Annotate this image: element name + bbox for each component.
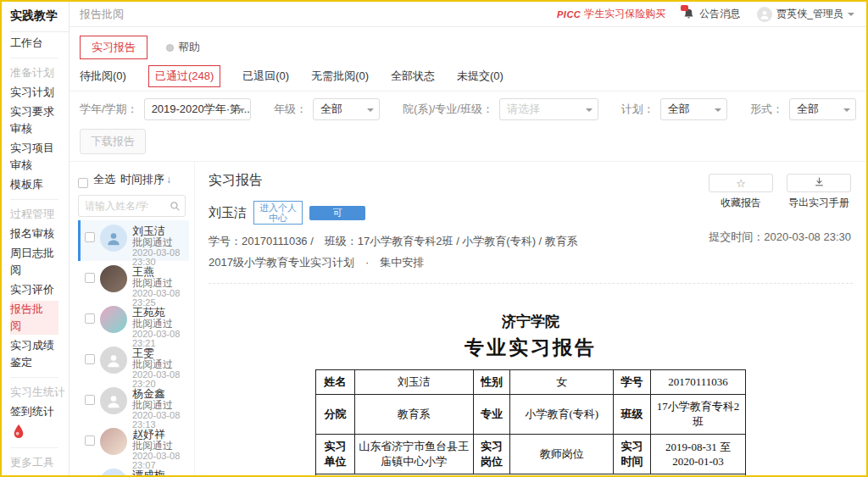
star-icon: ☆ (736, 177, 746, 190)
table-row: 实习单位简介： 鱼台县王庙镇王庙中心小学位于山东省鱼台县王庙镇，新起点，新方向，… (316, 474, 746, 477)
hot-drop-icon (12, 424, 69, 441)
sidebar-item-project-review[interactable]: 实习项目审核 (10, 140, 69, 174)
table-row: 分院教育系 专业小学教育(专科) 班级17小学教育专科2班 (316, 395, 746, 435)
sidebar-item-template-library[interactable]: 模板库 (10, 176, 69, 193)
export-handbook-button[interactable]: 导出实习手册 (787, 174, 851, 210)
favorite-report-button[interactable]: ☆ 收藏报告 (709, 174, 773, 210)
time-sort-control[interactable]: 时间排序 ↓ (120, 172, 171, 187)
plan-filter-label: 计划： (621, 102, 654, 117)
sidebar-item-grade-appraisal[interactable]: 实习成绩鉴定 (10, 337, 69, 371)
grade-select[interactable]: 全部 (313, 98, 380, 120)
status-tab-approved[interactable]: 已通过(248) (148, 65, 220, 87)
divider (10, 447, 58, 448)
divider (10, 377, 58, 378)
help-icon (166, 44, 174, 52)
student-list-panel: 全选 时间排序 ↓ (70, 162, 195, 477)
student-avatar (100, 347, 127, 374)
profile-link[interactable]: 进入个人中心 (253, 201, 303, 225)
student-checkbox[interactable] (85, 232, 95, 242)
notification-badge (681, 5, 688, 11)
class-select[interactable]: 请选择 (499, 98, 598, 120)
student-checkbox[interactable] (85, 273, 95, 283)
insurance-link-label: 学生实习保险购买 (584, 7, 665, 21)
form-select[interactable]: 全部 (789, 98, 856, 120)
student-row[interactable]: 王燕批阅通过2020-03-0823:25 (78, 261, 189, 302)
sidebar-item-practice-check[interactable]: 实习检查 (10, 474, 69, 475)
student-avatar (100, 306, 127, 333)
class-filter-label: 院(系)/专业/班级： (403, 102, 493, 117)
tab-strip: 实习报告 帮助 (70, 27, 866, 59)
student-row[interactable]: 杨金鑫批阅通过2020-03-0823:13 (78, 383, 189, 424)
document-school: 济宁学院 (315, 312, 746, 331)
sidebar-item-signup-review[interactable]: 报名审核 (10, 225, 69, 242)
favorite-label: 收藏报告 (709, 196, 773, 210)
user-name: 贾英侠_管理员 (776, 7, 843, 21)
student-row[interactable]: 王雯批阅通过2020-03-0823:20 (78, 342, 189, 383)
student-avatar (100, 387, 127, 414)
sidebar-section-process: 过程管理 (10, 206, 69, 223)
report-document: 济宁学院 专业实习报告 姓名刘玉洁 性别女 学号20170111036 分院教育… (315, 312, 746, 477)
divider (10, 58, 58, 58)
insurance-purchase-link[interactable]: PICC 学生实习保险购买 (557, 7, 665, 21)
sidebar-item-requirement-review[interactable]: 实习要求审核 (10, 103, 69, 137)
picc-logo: PICC (557, 9, 581, 19)
student-checkbox[interactable] (85, 313, 95, 324)
tab-practice-report[interactable]: 实习报告 (80, 36, 147, 59)
student-row[interactable]: 赵妤祥批阅通过2020-03-0823:07 (78, 424, 189, 464)
select-all-checkbox[interactable] (78, 178, 88, 188)
student-avatar (100, 265, 127, 292)
sidebar-item-practice-evaluation[interactable]: 实习评价 (10, 281, 69, 298)
report-detail-panel: 实习报告 刘玉洁 进入个人中心 可 学号：20170111036 / 班级：17… (195, 162, 866, 477)
divider (209, 283, 853, 284)
report-table: 姓名刘玉洁 性别女 学号20170111036 分院教育系 专业小学教育(专科)… (315, 369, 746, 477)
status-tab-unsubmitted[interactable]: 未提交(0) (457, 69, 504, 84)
term-select[interactable]: 2019-2020学年·第... (144, 98, 251, 120)
sidebar-item-workbench[interactable]: 工作台 (10, 35, 69, 52)
sort-label: 时间排序 (120, 172, 164, 187)
chevron-down-icon (848, 13, 854, 19)
status-tab-all[interactable]: 全部状态 (391, 69, 435, 84)
student-checkbox[interactable] (85, 395, 95, 405)
sidebar-item-report-review[interactable]: 报告批阅 (10, 301, 58, 335)
tab-help[interactable]: 帮助 (166, 40, 200, 55)
status-tab-returned[interactable]: 已退回(0) (242, 69, 289, 84)
status-tab-no-review[interactable]: 无需批阅(0) (311, 69, 369, 84)
sidebar-item-practice-plan[interactable]: 实习计划 (10, 84, 69, 101)
announcements-button[interactable]: 公告消息 (682, 7, 740, 21)
breadcrumb: 报告批阅 (80, 7, 124, 22)
grade-badge: 可 (309, 206, 365, 220)
sidebar: 实践教学 工作台 准备计划 实习计划 实习要求审核 实习项目审核 模板库 过程管… (2, 2, 70, 475)
document-title: 专业实习报告 (315, 335, 746, 361)
student-row[interactable]: 王苑苑批阅通过2020-03-0823:21 (78, 302, 189, 342)
user-menu[interactable]: 贾英侠_管理员 (757, 7, 854, 22)
filter-bar: 学年/学期： 2019-2020学年·第... 年级： 全部 院(系)/专业/班… (70, 92, 866, 125)
search-icon (170, 200, 181, 215)
divider (10, 199, 58, 200)
sidebar-item-weekly-log-review[interactable]: 周日志批阅 (10, 245, 69, 279)
download-report-button[interactable]: 下载报告 (80, 129, 146, 154)
student-checkbox[interactable] (85, 435, 95, 446)
bell-icon (682, 8, 696, 21)
plan-select[interactable]: 全部 (660, 98, 727, 120)
app-window: 实践教学 工作台 准备计划 实习计划 实习要求审核 实习项目审核 模板库 过程管… (0, 0, 868, 477)
sidebar-item-checkin-statistics[interactable]: 签到统计 (10, 403, 69, 420)
student-avatar (100, 225, 127, 252)
submit-time: 提交时间：2020-03-08 23:30 (709, 230, 851, 245)
content-area: 报告批阅 PICC 学生实习保险购买 公告消息 贾 (70, 2, 866, 475)
topbar: 报告批阅 PICC 学生实习保险购买 公告消息 贾 (70, 2, 866, 27)
sidebar-section-statistics: 实习生统计 (10, 384, 69, 401)
status-tab-pending[interactable]: 待批阅(0) (80, 69, 126, 84)
student-row[interactable]: 谭成梅批阅通过2020-03-0823:05 (78, 464, 189, 477)
student-avatar (100, 428, 127, 455)
list-header: 全选 时间排序 ↓ (78, 169, 189, 195)
report-actions: ☆ 收藏报告 导出实习手册 (709, 174, 851, 210)
toolbar: 下载报告 (70, 125, 866, 161)
main-panel: 实习报告 帮助 待批阅(0) 已通过(248) 已退回(0) 无需批阅(0) 全… (70, 27, 866, 477)
form-filter-label: 形式： (750, 102, 783, 117)
search-box (78, 195, 186, 217)
select-all-label: 全选 (93, 172, 115, 187)
status-tab-strip: 待批阅(0) 已通过(248) 已退回(0) 无需批阅(0) 全部状态 未提交(… (70, 59, 866, 92)
student-checkbox[interactable] (85, 354, 95, 364)
student-row[interactable]: 刘玉洁批阅通过2020-03-0823:30 (78, 220, 189, 261)
content-split: 全选 时间排序 ↓ (70, 161, 866, 477)
